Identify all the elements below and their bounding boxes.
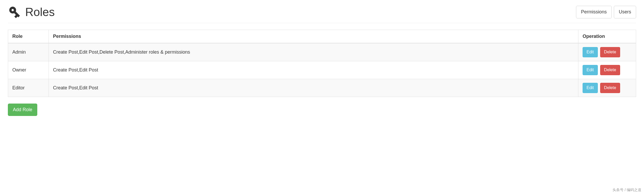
- delete-button[interactable]: Delete: [600, 83, 620, 93]
- page-title-text: Roles: [25, 6, 55, 19]
- permissions-button[interactable]: Permissions: [576, 6, 612, 18]
- edit-button[interactable]: Edit: [583, 65, 598, 75]
- column-header-operation: Operation: [578, 30, 636, 43]
- column-header-permissions: Permissions: [49, 30, 578, 43]
- edit-button[interactable]: Edit: [583, 47, 598, 57]
- edit-button[interactable]: Edit: [583, 83, 598, 93]
- add-role-button[interactable]: Add Role: [8, 104, 37, 116]
- table-row: Editor Create Post,Edit Post Edit Delete: [8, 79, 636, 97]
- users-button[interactable]: Users: [614, 6, 636, 18]
- permissions-cell: Create Post,Edit Post: [49, 79, 578, 97]
- key-icon: [8, 5, 22, 19]
- operation-cell: Edit Delete: [578, 43, 636, 61]
- delete-button[interactable]: Delete: [600, 47, 620, 57]
- roles-table: Role Permissions Operation Admin Create …: [8, 30, 636, 97]
- page-title: Roles: [8, 5, 55, 19]
- header-buttons: Permissions Users: [576, 6, 636, 18]
- delete-button[interactable]: Delete: [600, 65, 620, 75]
- role-cell: Admin: [8, 43, 49, 61]
- table-row: Admin Create Post,Edit Post,Delete Post,…: [8, 43, 636, 61]
- column-header-role: Role: [8, 30, 49, 43]
- role-cell: Editor: [8, 79, 49, 97]
- table-header-row: Role Permissions Operation: [8, 30, 636, 43]
- operation-cell: Edit Delete: [578, 61, 636, 79]
- permissions-cell: Create Post,Edit Post: [49, 61, 578, 79]
- table-row: Owner Create Post,Edit Post Edit Delete: [8, 61, 636, 79]
- permissions-cell: Create Post,Edit Post,Delete Post,Admini…: [49, 43, 578, 61]
- role-cell: Owner: [8, 61, 49, 79]
- page-header: Roles Permissions Users: [8, 0, 636, 23]
- operation-cell: Edit Delete: [578, 79, 636, 97]
